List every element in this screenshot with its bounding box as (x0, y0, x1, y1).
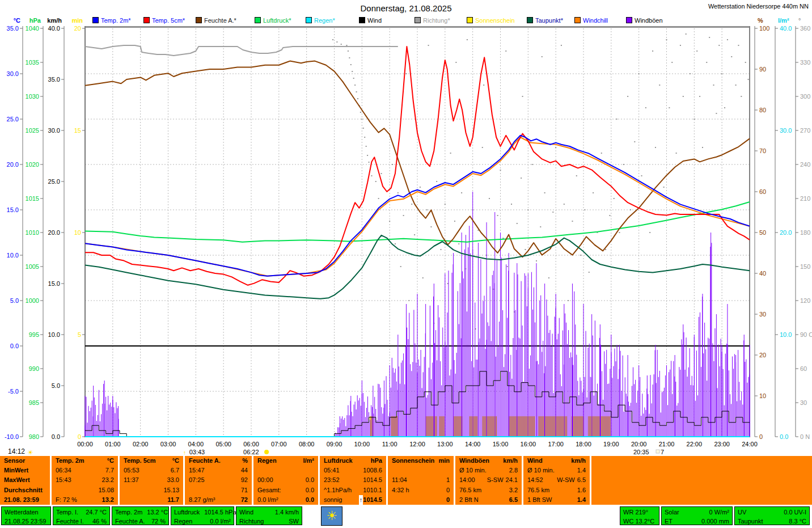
weather-app-window: Donnerstag, 21.08.2025 Wetterstation Nie… (0, 0, 812, 528)
table-row: 11:3733.0 (120, 475, 183, 485)
cell-value: 1010.1 (363, 485, 386, 495)
svg-text:35.0: 35.0 (48, 76, 60, 83)
table-row: 15.08 (52, 485, 118, 495)
cell-value: 0 (446, 495, 454, 505)
svg-text:120: 120 (800, 297, 810, 304)
svg-text:330: 330 (800, 59, 810, 66)
cell-time: 14:52 (523, 475, 543, 485)
table-header-row: Temp. 5cm°C (120, 456, 183, 466)
status-value (43, 508, 48, 517)
svg-text:30.0: 30.0 (7, 70, 19, 77)
status-label: Richtung (239, 517, 264, 526)
table-col-sonnenschein: Sonnenscheinmin11:0414:32 h00 (388, 456, 454, 505)
status-line: Luftdruck1014.5 hPa (174, 508, 231, 517)
svg-text:09:00: 09:00 (327, 441, 342, 447)
svg-text:5: 5 (78, 331, 81, 338)
column-unit: min (438, 456, 454, 466)
svg-text:-5.0: -5.0 (8, 388, 19, 395)
cell-time: 76.5 km (523, 485, 549, 495)
table-row: 76.5 km1.6 (523, 485, 590, 495)
column-unit: km/h (503, 456, 522, 466)
status-value: 0.000 mm (697, 517, 729, 526)
table-row: 0.0 l/m²0.0 (253, 495, 318, 505)
axis-hpa: 1040103510301025102010151010100510009959… (26, 17, 43, 440)
svg-text:0 N: 0 N (800, 433, 810, 440)
svg-text:km/h: km/h (47, 17, 62, 24)
cell-value: 15.08 (98, 485, 118, 495)
status-line: Feuchte I.46 % (56, 517, 107, 526)
table-row: 15.13 (120, 485, 183, 495)
table-row-label: MaxWert (0, 475, 50, 485)
status-label: 21.08.25 23:59 (5, 517, 46, 526)
status-cell-1: Temp. I.24.7 °CFeuchte I.46 % (53, 506, 110, 525)
cell-time: 06:34 (52, 466, 71, 475)
svg-text:04:00: 04:00 (188, 441, 204, 447)
svg-text:5.0: 5.0 (10, 297, 19, 304)
svg-text:07:00: 07:00 (271, 441, 287, 447)
svg-text:70: 70 (759, 147, 766, 154)
axis-pct: 1009080706050403020100% (755, 17, 769, 440)
moonrise-arrow-icon: ↑ (183, 449, 187, 455)
cell-value: 0.0 (306, 495, 318, 505)
svg-text:03:00: 03:00 (160, 441, 176, 447)
svg-text:°: ° (798, 17, 801, 24)
table-row: 2 Bft N6.5 (455, 495, 522, 505)
cell-time: sonnig (320, 495, 342, 505)
cell-time: 14:00 (455, 475, 475, 485)
status-line: Wetterdaten (5, 508, 48, 517)
x-axis-labels: 00:0001:0002:0003:0004:0005:0006:0007:00… (77, 441, 758, 447)
svg-text:1040: 1040 (26, 25, 39, 32)
svg-text:990: 990 (29, 365, 39, 372)
svg-text:hPa: hPa (29, 17, 41, 24)
status-line: 21.08.25 23:59 (5, 517, 48, 526)
table-col-temp-5cm: Temp. 5cm°C05:536.711:3733.015.1311.7 (120, 456, 183, 505)
cell-value: 2.8 (509, 466, 522, 475)
svg-text:24:00: 24:00 (742, 441, 758, 447)
svg-text:min: min (71, 17, 83, 24)
svg-text:15: 15 (74, 127, 81, 134)
status-line: WR 219° (623, 508, 656, 517)
svg-text:11:00: 11:00 (382, 441, 397, 447)
pressure-trend-up-icon: ↑ (359, 495, 363, 505)
cell-value: 92 (241, 475, 252, 485)
cell-time: ^1.1hPa/h (320, 485, 352, 495)
status-line: RichtungSW (239, 517, 299, 526)
status-value: 8.3 °C (784, 517, 806, 526)
series-richtung-dots (332, 33, 749, 330)
column-unit: °C (107, 456, 118, 466)
status-value: 0 W/m² (705, 508, 729, 517)
series-richtung_line (85, 45, 398, 56)
cell-time: Ø 10 min. (455, 466, 487, 475)
table-header-row: LuftdruckhPa (320, 456, 386, 466)
cell-value: 0 (446, 485, 454, 495)
status-value: 0.0 l/m² (205, 517, 231, 526)
weather-sun-icon: ☀ (321, 506, 342, 526)
cell-value: 71 (241, 485, 252, 495)
svg-text:1035: 1035 (26, 59, 39, 66)
table-header-row: Sonnenscheinmin (388, 456, 454, 466)
table-row: Ø 10 min.2.8 (455, 466, 522, 475)
table-row: 14:52W-SW6.5 (523, 475, 590, 485)
svg-text:150: 150 (800, 263, 810, 270)
table-header-row: Windkm/h (523, 456, 590, 466)
table-row: Ø 10 min.1.4 (523, 466, 590, 475)
status-label: Feuchte A. (115, 517, 145, 526)
svg-text:21:00: 21:00 (659, 441, 675, 447)
cell-value: 7.7 (105, 466, 118, 475)
cell-time: 15:47 (185, 466, 205, 475)
table-row: 11.7 (120, 495, 183, 505)
status-cell-0: Wetterdaten21.08.25 23:59 (1, 506, 51, 525)
cell-value: 72 (241, 495, 252, 505)
status-bar: ☀ Wetterdaten21.08.25 23:59Temp. I.24.7 … (0, 506, 812, 527)
status-label: Temp. 2m (115, 508, 142, 517)
column-title: Temp. 5cm (120, 456, 156, 466)
table-row: ^1.1hPa/h1010.1 (320, 485, 386, 495)
table-row-label: Durchschnitt (0, 485, 50, 495)
svg-text:50: 50 (759, 229, 766, 236)
cell-time: 2 Bft N (455, 495, 479, 505)
svg-text:20.0: 20.0 (7, 161, 19, 168)
svg-text:25.0: 25.0 (7, 116, 19, 123)
svg-text:°C: °C (14, 17, 20, 24)
cell-time: 15:43 (52, 475, 71, 485)
svg-text:10.0: 10.0 (7, 252, 19, 259)
